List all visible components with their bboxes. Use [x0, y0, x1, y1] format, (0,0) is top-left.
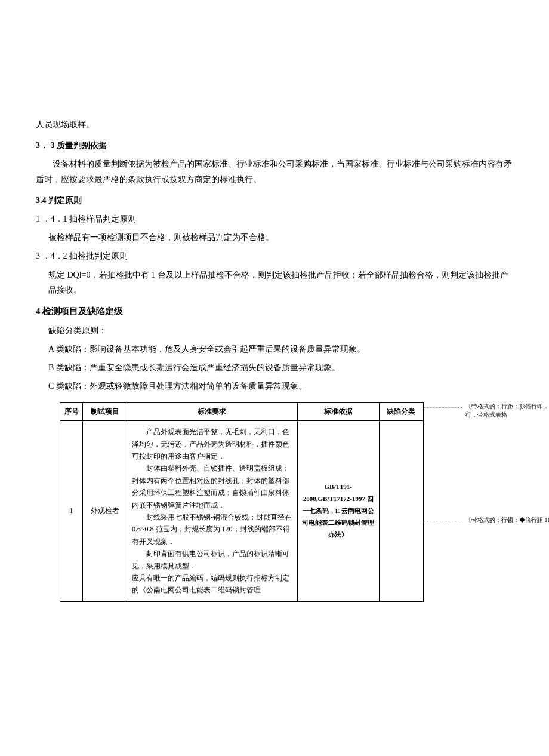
req-line: 应具有唯一的产品編码，編码规则执行招标方制定的《公南电网公司电能表二维码锁封管理	[132, 572, 292, 597]
section-3-4-title: 3.4 判定原则	[36, 193, 513, 208]
req-line: 产品外观表面光洁平整，无毛刺，无利口，色泽均匀，无污迹．产品外壳为透明材料，插件…	[132, 426, 292, 462]
section-3-4-1-body: 被检样品有一项检测项目不合格，则被检样品判定为不合格。	[48, 230, 513, 245]
intro-line: 人员现场取样。	[36, 117, 513, 132]
req-line: 封印背面有供电公司标识，产品的标识清晰可见，采用模具成型．	[132, 548, 292, 572]
document-page: 人员现场取样。 3． 3 质量判别依据 设备材料的质量判断依据为被检产品的国家标…	[0, 0, 549, 638]
defect-table: 序号 制试项目 标准要求 标准依据 缺陷分类 1 外观检者 产品外观表面光洁平整…	[60, 402, 424, 602]
section-3-4-2-title: 3 ．4．2 抽检批判定原则	[36, 248, 513, 263]
section-3-4-2-body: 规定 DQl=0，若抽检批中有 1 台及以上样品抽检不合格，则判定该抽检批产品拒…	[48, 268, 513, 297]
col-req: 标准要求	[127, 402, 297, 421]
req-line: 封体由塑料外壳、自锁插件、透明盖板组成；封体内有两个位置相对应的封线孔；封体的塑…	[132, 462, 292, 511]
comment-connector-1	[424, 407, 462, 408]
defect-principle-intro: 缺陷分类原则：	[48, 323, 513, 338]
section-3-3-title: 3． 3 质量判别依据	[36, 138, 513, 153]
cell-defect	[379, 421, 423, 601]
defect-class-b: B 类缺陷：严重安全隐患或长期运行会造成严重经济损失的设备质量异常现象。	[48, 360, 513, 375]
col-item: 制试项目	[83, 402, 127, 421]
defect-class-c: C 类缺陷：外观或轻微故障且处理方法相对简单的设备质量异常现象。	[48, 379, 513, 394]
table-row: 1 外观检者 产品外观表面光洁平整，无毛刺，无利口，色泽均匀，无污迹．产品外壳为…	[60, 421, 424, 601]
section-3-3-body: 设备材料的质量判断依据为被检产品的国家标准、行业标准和公司采购标准，当国家标准、…	[36, 156, 513, 186]
cell-req: 产品外观表面光洁平整，无毛刺，无利口，色泽均匀，无污迹．产品外壳为透明材料，插件…	[127, 421, 297, 601]
cell-seq: 1	[60, 421, 83, 601]
req-line: 封线采用七股不锈钢-铜混合铰线；封戳直径在 0.6~0.8 范围内；封规长度为 …	[132, 511, 292, 548]
comment-connector-2	[424, 521, 462, 521]
format-comment-2: 〔带格式的：行顿：◆倍行距 115?行	[465, 516, 549, 524]
col-defect: 缺陷分类	[379, 402, 423, 421]
cell-item: 外观检者	[83, 421, 127, 601]
table-header-row: 序号 制试项目 标准要求 标准依据 缺陷分类	[60, 402, 424, 421]
col-seq: 序号	[60, 402, 83, 421]
section-3-4-1-title: 1 ．4．1 抽检样品判定原则	[36, 211, 513, 226]
section-4-title: 4 检测项目及缺陷定级	[36, 303, 513, 319]
defect-table-wrap: 序号 制试项目 标准要求 标准依据 缺陷分类 1 外观检者 产品外观表面光洁平整…	[36, 402, 513, 602]
col-basis: 标准依据	[297, 402, 379, 421]
defect-class-a: A 类缺陷：影响设备基本功能，危及人身安全或会引起严重后果的设备质量异常现象。	[48, 342, 513, 357]
format-comment-1: 〔带格式的：行距：影俗行即．1.15 字行，带格式表格	[465, 402, 549, 419]
cell-basis: GB/T191-2008,GB/T17172-1997 四一七条码，E 云南电网…	[297, 421, 379, 601]
